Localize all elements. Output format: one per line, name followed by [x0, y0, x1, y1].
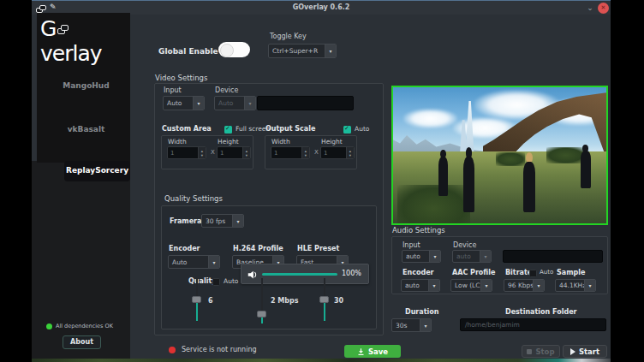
service-status-text: Service is not running — [182, 346, 257, 353]
framerate-dropdown[interactable]: 30 fps — [201, 214, 244, 228]
global-enable-label: Global Enable — [158, 47, 218, 56]
custom-width-label: Width — [168, 138, 187, 145]
video-device-dropdown[interactable]: Auto — [214, 96, 256, 110]
h264-profile-label: H.264 Profile — [233, 245, 283, 252]
quality-slider-value: 6 — [208, 297, 213, 305]
background-window-sliver — [32, 359, 611, 362]
quality-auto-label: Auto — [224, 277, 238, 285]
global-enable-toggle[interactable] — [218, 42, 250, 57]
play-icon — [570, 348, 575, 355]
dropdown-arrow-icon — [208, 256, 219, 268]
bitrate-slider-fill — [261, 317, 263, 323]
spin-arrows-icon — [346, 147, 354, 158]
sidebar-item-replaysorcery[interactable]: ReplaySorcery — [64, 161, 130, 181]
sidebar-item-vkbasalt[interactable]: vkBasalt — [37, 125, 135, 134]
dropdown-arrow-icon — [429, 251, 440, 262]
destination-folder-field[interactable]: /home/benjamim — [460, 318, 606, 331]
scale-height-spinbox[interactable]: 1 — [320, 146, 355, 159]
dropdown-arrow-icon — [244, 97, 255, 110]
dropdown-arrow-icon — [193, 97, 204, 110]
character-silhouette — [579, 145, 593, 188]
audio-encoder-dropdown[interactable]: auto — [401, 279, 440, 292]
video-input-label: Input — [164, 86, 182, 94]
speaker-icon — [247, 269, 259, 281]
spin-arrows-icon — [242, 147, 250, 158]
sample-label: Sample — [557, 269, 585, 276]
volume-percent: 100% — [342, 270, 361, 277]
service-status-dot — [169, 347, 176, 353]
encoder-dropdown[interactable]: Auto — [168, 255, 220, 269]
output-scale-auto-label: Auto — [355, 125, 369, 133]
dropdown-arrow-icon — [420, 319, 431, 331]
custom-x-separator: X — [211, 149, 215, 156]
duration-label: Duration — [405, 308, 438, 316]
custom-height-spinbox[interactable]: 1 — [217, 146, 251, 159]
quality-settings-title: Quality Settings — [164, 194, 223, 203]
scale-width-spinbox[interactable]: 1 — [271, 146, 310, 159]
dependencies-status: All dependencies OK — [56, 323, 113, 329]
dropdown-arrow-icon — [480, 280, 492, 291]
aac-profile-dropdown[interactable]: Low (LC) — [450, 279, 492, 292]
stop-icon — [527, 349, 532, 354]
dropdown-arrow-icon — [428, 280, 439, 291]
audio-device-label: Device — [453, 241, 476, 249]
bitrate-auto-checkbox[interactable] — [529, 270, 537, 277]
destination-folder-label: Destination Folder — [505, 308, 577, 316]
scale-width-label: Width — [271, 138, 290, 145]
video-input-dropdown[interactable]: Auto — [163, 96, 205, 110]
custom-area-title: Custom Area — [162, 125, 212, 133]
audio-input-label: Input — [402, 241, 420, 249]
stop-button[interactable]: Stop — [522, 345, 560, 358]
encoder-label: Encoder — [169, 245, 200, 252]
volume-popup: 100% — [241, 264, 369, 284]
sample-dropdown[interactable]: 44.1KHz — [555, 279, 596, 292]
dropdown-arrow-icon — [584, 280, 595, 291]
start-button[interactable]: Start — [563, 345, 607, 358]
toggle-key-label: Toggle Key — [270, 33, 307, 40]
audio-input-dropdown[interactable]: auto — [402, 250, 441, 263]
audio-encoder-label: Encoder — [402, 269, 434, 276]
spin-arrows-icon — [301, 147, 309, 158]
window-title: GOverlay 0.6.2 — [32, 3, 611, 11]
volume-slider[interactable] — [262, 273, 337, 276]
bitrate-dropdown[interactable]: 96 Kbps — [504, 279, 545, 292]
bitrate-label: Bitrate — [505, 269, 532, 276]
character-silhouette — [521, 152, 537, 212]
output-scale-title: Output Scale — [265, 125, 315, 133]
download-icon — [357, 347, 365, 356]
fullscreen-checkbox[interactable] — [224, 126, 232, 134]
quality-slider-handle[interactable] — [192, 296, 201, 303]
video-settings-title: Video Settings — [155, 74, 207, 82]
bitrate-auto-label: Auto — [540, 269, 553, 276]
sidebar-logo-panel: G verlay MangoHud vkBasalt — [37, 13, 130, 163]
scale-height-label: Height — [321, 138, 343, 145]
save-button[interactable]: Save — [344, 345, 401, 358]
dropdown-arrow-icon — [232, 215, 243, 227]
quality-slider-fill — [196, 302, 198, 321]
chevron-down-icon[interactable]: ⌄ — [585, 3, 595, 13]
aac-profile-label: AAC Profile — [452, 269, 495, 276]
framerate-slider-fill — [324, 302, 325, 321]
audio-device-dropdown[interactable]: auto — [452, 250, 492, 263]
bitrate-slider-value: 2 Mbps — [271, 297, 299, 305]
sidebar-item-mangohud[interactable]: MangoHud — [37, 81, 135, 90]
video-device-field[interactable] — [257, 96, 354, 110]
dependencies-ok-dot — [46, 323, 52, 329]
goverlay-window: ✎ GOverlay 0.6.2 ⌄ ✕ G verlay MangoHud v… — [32, 0, 611, 359]
toggle-key-dropdown[interactable]: Ctrl+Super+R — [268, 44, 337, 58]
duration-dropdown[interactable]: 30s — [391, 318, 432, 332]
desktop: ✎ GOverlay 0.6.2 ⌄ ✕ G verlay MangoHud v… — [0, 0, 644, 362]
quality-auto-checkbox[interactable] — [212, 278, 220, 286]
about-button[interactable]: About — [63, 335, 101, 349]
game-preview-image — [391, 86, 608, 225]
close-button[interactable]: ✕ — [598, 3, 609, 14]
scale-x-separator: X — [314, 149, 319, 156]
bitrate-slider-handle[interactable] — [257, 311, 266, 317]
dropdown-arrow-icon — [533, 280, 544, 291]
audio-device-field[interactable] — [503, 250, 603, 263]
custom-width-spinbox[interactable]: 1 — [167, 146, 206, 159]
character-silhouette — [462, 147, 476, 212]
framerate-slider-handle[interactable] — [319, 296, 329, 303]
output-scale-auto-checkbox[interactable] — [343, 126, 351, 134]
hle-preset-label: HLE Preset — [297, 245, 339, 252]
